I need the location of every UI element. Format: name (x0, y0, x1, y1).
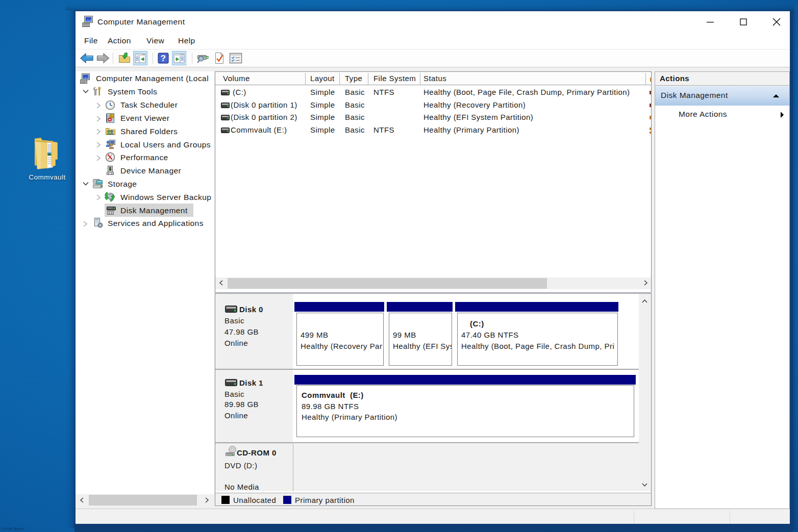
svg-text:?: ? (161, 54, 166, 63)
